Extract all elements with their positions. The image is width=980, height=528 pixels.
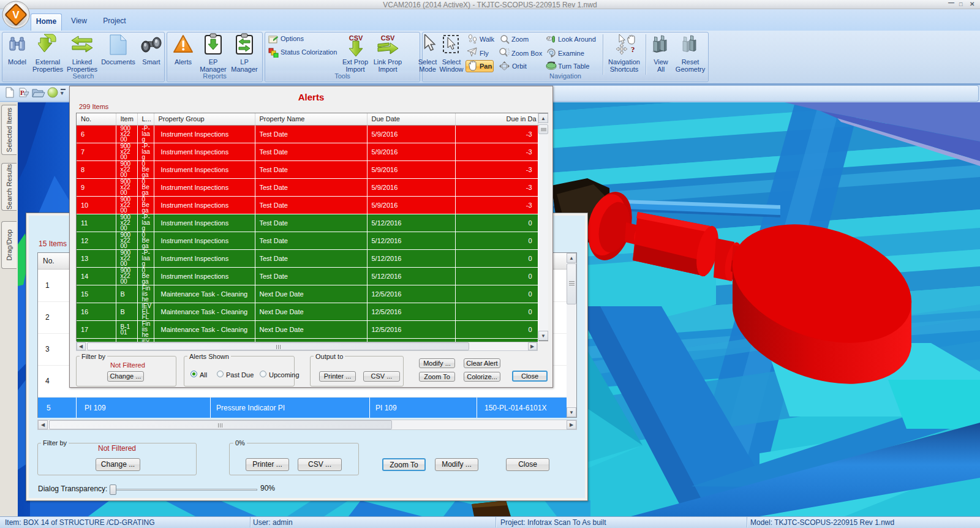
svg-text:?: ? [631, 45, 635, 54]
svg-text:V: V [12, 9, 20, 21]
